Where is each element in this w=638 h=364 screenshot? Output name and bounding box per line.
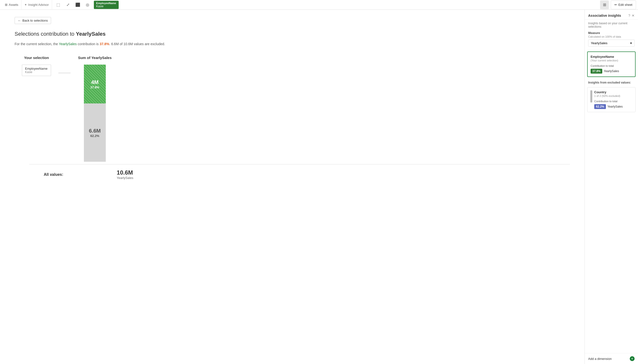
main-layout: ← Back to selections Selections contribu… [0, 10, 638, 364]
edit-sheet-button[interactable]: ✏ Edit sheet [611, 0, 636, 9]
chevron-down-icon: ▾ [630, 41, 632, 45]
content-area: ← Back to selections Selections contribu… [0, 10, 584, 364]
chart-area: Your selection EmployeeName Kasie Sum of… [15, 56, 570, 162]
insight-icon: ✦ [24, 3, 27, 6]
bar-bottom-pct: 62.2% [90, 134, 99, 138]
excluded-card[interactable]: Country 1 of 2 (50% excluded) Contributi… [587, 87, 635, 112]
selection-value: Kasie [25, 70, 48, 74]
all-values-num: 10.6M [117, 169, 133, 176]
current-selection-card[interactable]: EmployeeName (Your current selection) Co… [587, 52, 635, 77]
card-title: EmployeeName [591, 55, 632, 58]
excluded-card-title: Country [594, 90, 623, 94]
your-selection-col: Your selection EmployeeName Kasie [15, 56, 58, 76]
connector-line [58, 73, 71, 73]
subtitle: For the current selection, the YearlySal… [15, 42, 570, 46]
back-label: Back to selections [22, 19, 48, 22]
selection-name: EmployeeName [25, 67, 48, 70]
close-icon[interactable]: ✕ [632, 14, 634, 18]
toolbar-expand-btn[interactable]: ⤢ [64, 0, 72, 9]
excluded-contrib-label: Contribution to total [594, 100, 623, 103]
bar-top-segment: 4M 37.8% [84, 64, 106, 104]
subtitle-prefix: For the current selection, the [15, 42, 59, 46]
stacked-bar[interactable]: 4M 37.8% 6.6M 62.2% [84, 64, 106, 162]
nav-insight-advisor[interactable]: ✦ Insight Advisor [21, 0, 52, 10]
toolbar-select-btn[interactable]: ⬛ [73, 0, 82, 9]
toolbar-circle-btn[interactable]: ◎ [83, 0, 92, 9]
toolbar-lasso-btn[interactable]: ⬚ [54, 0, 63, 9]
measure-label: Measure [588, 31, 634, 35]
contrib-badge-blue: 62.2% [594, 104, 606, 109]
bar-bottom-value: 6.6M [89, 128, 101, 134]
bar-bottom-segment: 6.6M 62.2% [84, 104, 106, 162]
excluded-bar [590, 90, 592, 102]
panel-title: Associative insights [588, 14, 621, 18]
panel-icons: ? ✕ [628, 14, 634, 18]
excluded-card-text: Country 1 of 2 (50% excluded) Contributi… [594, 90, 623, 109]
top-nav: ⊞ Assets ✦ Insight Advisor ⬚ ⤢ ⬛ ◎ Emplo… [0, 0, 638, 10]
excluded-contrib-row: 62.2% YearlySales [594, 104, 623, 109]
page-title: Selections contribution to YearlySales [15, 31, 570, 37]
add-dimension-icon: + [630, 356, 634, 361]
assets-icon: ⊞ [5, 3, 8, 6]
all-values-row: All values: 10.6M YearlySales [29, 164, 570, 180]
excluded-card-content: Country 1 of 2 (50% excluded) Contributi… [590, 90, 632, 109]
pencil-icon: ✏ [614, 3, 617, 6]
contrib-measure: YearlySales [604, 70, 619, 73]
bar-top-pct: 37.8% [90, 86, 99, 89]
panel-subtitle: Insights based on your current selection… [585, 20, 638, 31]
all-values-data: 10.6M YearlySales [117, 169, 133, 180]
panel-header: Associative insights ? ✕ [585, 10, 638, 20]
right-panel: Associative insights ? ✕ Insights based … [584, 10, 638, 364]
nav-assets[interactable]: ⊞ Assets [2, 0, 21, 10]
measure-section: Measure Calculated on 100% of data Yearl… [585, 31, 638, 50]
subtitle-suffix: . 6.6M of 10.6M values are excluded. [109, 42, 165, 46]
back-to-selections-button[interactable]: ← Back to selections [15, 17, 51, 24]
measure-selected: YearlySales [591, 41, 607, 45]
excluded-section-title: Insights from excluded values: [585, 79, 638, 85]
bar-top-value: 4M [91, 79, 99, 86]
measure-select[interactable]: YearlySales ▾ [588, 40, 634, 46]
selection-box: EmployeeName Kasie [22, 64, 51, 76]
add-dimension-row[interactable]: Add a dimension + [585, 353, 638, 364]
help-icon[interactable]: ? [628, 14, 630, 18]
card-subtitle: (Your current selection) [591, 59, 632, 62]
connector-bar-area: Sum of YearlySales 4M 37.8% 6.6M 62.2% [58, 68, 119, 162]
sum-header: Sum of YearlySales [78, 56, 112, 60]
all-values-label: All values: [44, 172, 63, 177]
subtitle-middle: contribution is [77, 42, 100, 46]
pill-label: EmployeeName [96, 2, 116, 4]
all-values-measure: YearlySales [117, 176, 133, 180]
subtitle-measure: YearlySales [59, 42, 77, 46]
employee-tab-pill[interactable]: EmployeeName Kasie [94, 1, 119, 9]
your-selection-header: Your selection [24, 56, 49, 60]
grid-view-btn[interactable]: ⊞ [600, 0, 609, 9]
edit-sheet-label: Edit sheet [618, 3, 632, 6]
insight-label: Insight Advisor [28, 3, 49, 6]
subtitle-pct: 37.8% [100, 42, 109, 46]
contrib-label: Contribution to total [591, 64, 632, 67]
contrib-row: 37.8% YearlySales [591, 69, 632, 74]
assets-label: Assets [9, 3, 18, 6]
add-dimension-label: Add a dimension [588, 357, 612, 360]
excluded-card-subtitle: 1 of 2 (50% excluded) [594, 94, 623, 97]
measure-sublabel: Calculated on 100% of data [588, 35, 634, 38]
panel-sections: EmployeeName (Your current selection) Co… [585, 50, 638, 353]
back-arrow-icon: ← [18, 19, 21, 22]
pill-value: Kasie [96, 4, 116, 8]
title-prefix: Selections contribution to [15, 31, 76, 37]
sum-col: Sum of YearlySales 4M 37.8% 6.6M 62.2% [71, 68, 119, 162]
title-measure: YearlySales [76, 31, 106, 37]
excluded-contrib-measure: YearlySales [607, 105, 623, 108]
contrib-badge-green: 37.8% [591, 69, 602, 74]
